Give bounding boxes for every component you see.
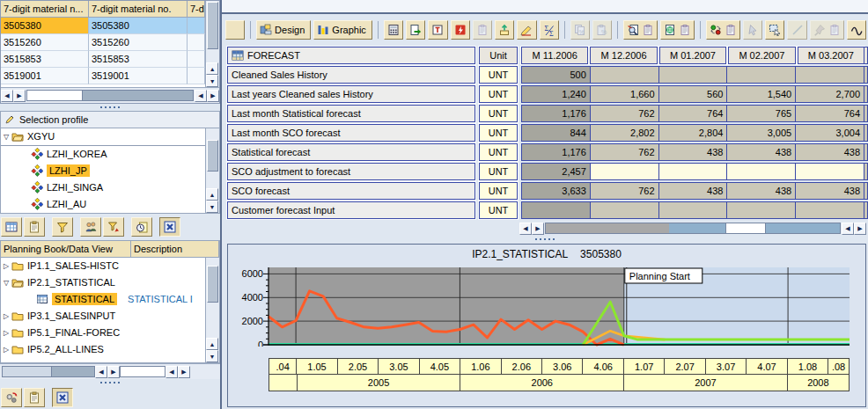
scroll-up-button[interactable]: ▲ xyxy=(206,188,218,201)
planning-table-button[interactable] xyxy=(1,217,22,237)
value-cell[interactable]: 1,540 xyxy=(727,86,795,102)
value-cell[interactable]: 1,176 xyxy=(522,144,590,160)
pivot-button[interactable] xyxy=(428,20,447,40)
tree-item-planning-book[interactable]: ▷IP5.2_ALL-LINES xyxy=(1,341,205,358)
chevron-down-icon[interactable]: ▽ xyxy=(1,133,11,141)
scroll-up-button[interactable]: ▲ xyxy=(206,62,218,75)
hscroll-track[interactable] xyxy=(26,90,194,101)
scroll-left-button[interactable]: ◀ xyxy=(1,90,13,102)
value-cell[interactable]: 2,457 xyxy=(522,164,590,179)
row-label-cell[interactable]: Customer forecast Input xyxy=(227,201,475,219)
unit-cell[interactable]: UNT xyxy=(479,105,518,122)
material-cell[interactable] xyxy=(188,68,205,84)
row-label-cell[interactable]: Statistical forecast xyxy=(227,143,475,161)
tree-item-planning-book[interactable]: ▽IP2.1_STATISTICAL xyxy=(1,274,205,291)
table-row[interactable]: 35158533515853 xyxy=(1,51,205,68)
value-cell[interactable]: 3,004 xyxy=(796,125,864,141)
material-table-vscrollbar[interactable]: ▲ ▼ xyxy=(205,1,219,87)
material-cell[interactable] xyxy=(188,18,205,34)
unit-cell[interactable]: UNT xyxy=(479,124,518,142)
value-cell[interactable]: 1,240 xyxy=(522,86,590,102)
value-cell[interactable] xyxy=(659,202,727,218)
value-cell[interactable]: 3,005 xyxy=(727,125,795,141)
tree-item[interactable]: LZHI_JP xyxy=(1,163,205,179)
tree-item-label[interactable]: IP_ADHOC_FC_CHAN xyxy=(27,361,128,363)
hscroll-thumb[interactable] xyxy=(51,367,94,376)
vscroll-thumb[interactable] xyxy=(207,266,218,303)
value-cell[interactable] xyxy=(796,164,864,179)
value-cell[interactable]: 438 xyxy=(796,183,864,199)
value-cell[interactable]: 438 xyxy=(727,183,795,199)
scroll-down-button[interactable]: ▼ xyxy=(206,201,218,213)
month-column-header[interactable]: M 03.2007 xyxy=(798,47,864,64)
value-cell[interactable] xyxy=(591,67,658,83)
selection-item-label[interactable]: LZHI_AU xyxy=(47,199,86,209)
row-label-cell[interactable]: SCO forecast xyxy=(227,182,475,200)
splitter-handle[interactable] xyxy=(0,379,220,386)
month-column-header[interactable]: M 02.2007 xyxy=(728,47,795,64)
calculator-button[interactable] xyxy=(384,20,403,40)
value-cell[interactable]: 438 xyxy=(659,144,727,160)
material-cell[interactable]: 3519001 xyxy=(1,68,89,84)
selection-item-label[interactable]: LZHI_KOREA xyxy=(47,149,107,159)
value-cell[interactable]: 438 xyxy=(659,183,727,199)
material-table-hscrollbar[interactable]: ◀ ▶ ◀ ▶ xyxy=(1,87,219,103)
material-cell[interactable]: 3515853 xyxy=(89,51,188,68)
value-cell[interactable] xyxy=(796,202,864,218)
hscroll-track[interactable] xyxy=(120,366,166,377)
unit-cell[interactable]: UNT xyxy=(479,201,518,219)
chevron-right-icon[interactable]: ▷ xyxy=(1,346,11,354)
freehand-button[interactable] xyxy=(847,20,866,40)
material-cell[interactable] xyxy=(188,51,205,68)
planning-tree-vscrollbar[interactable]: ▲ ▼ xyxy=(205,258,219,362)
graphic-button[interactable]: Graphic xyxy=(313,20,372,40)
month-column-header[interactable]: M 12.2006 xyxy=(590,47,657,64)
value-cell[interactable] xyxy=(591,202,658,218)
chevron-down-icon[interactable]: ▽ xyxy=(1,279,11,287)
unit-cell[interactable]: UNT xyxy=(479,143,518,161)
chevron-right-icon[interactable]: ▷ xyxy=(1,262,11,270)
splitter-handle[interactable] xyxy=(222,236,868,243)
unit-cell[interactable]: UNT xyxy=(479,163,518,180)
value-cell[interactable]: 764 xyxy=(796,106,864,121)
selection-item-label[interactable]: LZHI_JP xyxy=(47,164,90,177)
value-cell[interactable]: 500 xyxy=(522,67,590,83)
scroll-left-button[interactable]: ◀ xyxy=(166,366,178,378)
tree-item-planning-book[interactable]: ▷IP3.1_SALESINPUT xyxy=(1,308,205,325)
close-x-button[interactable] xyxy=(52,388,73,407)
notes-button[interactable] xyxy=(517,20,536,40)
clipboard-button[interactable] xyxy=(24,217,45,237)
hscroll-track[interactable] xyxy=(2,366,95,377)
value-cell[interactable]: 844 xyxy=(522,125,590,141)
material-cell[interactable]: 3505380 xyxy=(1,18,89,34)
splitter-handle[interactable] xyxy=(0,104,220,111)
row-label-cell[interactable]: Last month SCO forecast xyxy=(227,124,475,142)
scroll-left-button[interactable]: ◀ xyxy=(842,223,854,235)
value-cell[interactable]: 2,804 xyxy=(659,125,727,141)
schedule-note-button[interactable] xyxy=(131,217,152,237)
tree-item-label[interactable]: IP2.1_STATISTICAL xyxy=(27,277,115,288)
total-sigma-button[interactable]: ΣΣ xyxy=(540,20,559,40)
value-cell[interactable]: 438 xyxy=(796,144,864,160)
value-cell[interactable]: 3,633 xyxy=(522,183,590,199)
material-cell[interactable]: 3519001 xyxy=(89,68,188,84)
unit-column-header[interactable]: Unit xyxy=(479,47,518,64)
gears-refresh-button[interactable] xyxy=(1,388,22,407)
tree-item-dataview[interactable]: STATISTICALSTATISTICAL I xyxy=(1,291,205,308)
open-folder-button[interactable] xyxy=(225,20,245,40)
capacity-button[interactable] xyxy=(495,20,514,40)
material-cell[interactable]: 3515853 xyxy=(1,51,89,68)
value-cell[interactable]: 764 xyxy=(659,106,727,121)
value-cell[interactable]: 1,176 xyxy=(522,106,590,121)
row-label-cell[interactable]: Last years Cleaned sales History xyxy=(227,85,475,103)
filter-assign-button[interactable] xyxy=(103,217,124,237)
scroll-right-button[interactable]: ▶ xyxy=(854,223,866,235)
tree-item-label[interactable]: IP3.1_SALESINPUT xyxy=(27,310,115,321)
scroll-right-button[interactable]: ▶ xyxy=(532,223,544,235)
chevron-right-icon[interactable]: ▷ xyxy=(1,329,11,337)
row-label-cell[interactable]: SCO adjustment to forecast xyxy=(227,163,475,180)
tree-node-root[interactable]: ▽XGYU xyxy=(1,128,205,146)
forecast-title-cell[interactable]: FORECAST xyxy=(227,47,475,64)
value-cell[interactable] xyxy=(591,164,658,179)
close-x-button[interactable] xyxy=(159,217,180,237)
